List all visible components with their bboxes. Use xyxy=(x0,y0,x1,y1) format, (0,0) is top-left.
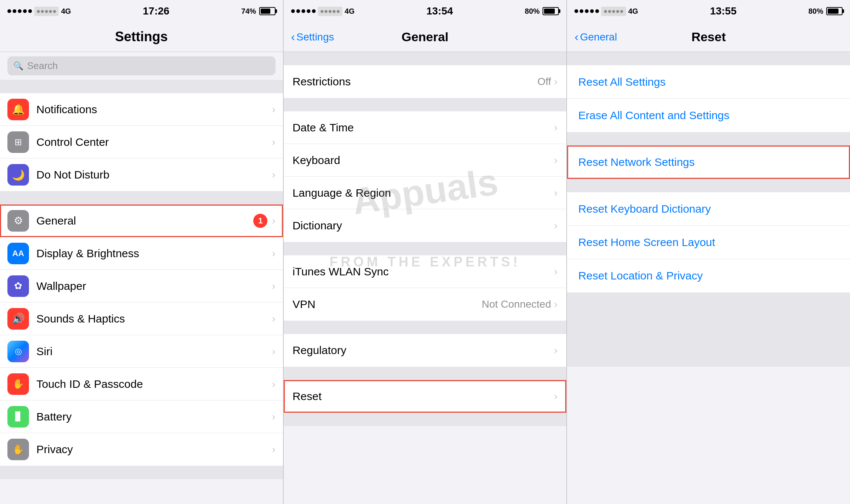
settings-panel: ●●●●● 4G 17:26 74% Settings 🔍 Search 🔔 xyxy=(0,0,284,504)
general-row-restrictions[interactable]: Restrictions Off › xyxy=(284,65,567,98)
display-brightness-icon: AA xyxy=(7,243,29,264)
notifications-label: Notifications xyxy=(36,103,272,116)
wallpaper-label: Wallpaper xyxy=(36,280,272,292)
settings-row-general[interactable]: ⚙ General 1 › xyxy=(0,204,283,237)
settings-nav-bar: Settings xyxy=(0,22,283,52)
general-row-date-time[interactable]: Date & Time › xyxy=(284,111,567,144)
settings-list: 🔔 Notifications › ⊞ Control Center › 🌙 D… xyxy=(0,80,283,504)
general-row-vpn[interactable]: VPN Not Connected › xyxy=(284,288,567,321)
general-back-button[interactable]: ‹ General xyxy=(574,30,617,44)
section-sep-g3 xyxy=(284,242,567,255)
battery-icon-2 xyxy=(543,7,559,15)
settings-title: Settings xyxy=(108,22,175,52)
status-right-1: 74% xyxy=(241,7,276,16)
battery-icon-1 xyxy=(259,7,276,15)
carrier-3: ●●●●● xyxy=(601,7,626,16)
reset-row-location-privacy[interactable]: Reset Location & Privacy xyxy=(567,259,850,292)
general-row-language-region[interactable]: Language & Region › xyxy=(284,177,567,209)
reset-title: Reset xyxy=(684,22,733,52)
status-left-1: ●●●●● 4G xyxy=(7,7,71,16)
language-region-label: Language & Region xyxy=(293,187,554,199)
general-row-keyboard[interactable]: Keyboard › xyxy=(284,144,567,177)
general-icon: ⚙ xyxy=(7,210,29,232)
vpn-value: Not Connected xyxy=(482,298,551,310)
section-sep-g2 xyxy=(284,98,567,111)
network-type-3: 4G xyxy=(628,7,638,16)
siri-icon: ◎ xyxy=(7,341,29,362)
reset-row-network[interactable]: Reset Network Settings xyxy=(567,145,850,179)
general-list: Restrictions Off › Date & Time › Keyboar… xyxy=(284,52,567,504)
reset-home-screen-label: Reset Home Screen Layout xyxy=(578,236,715,249)
battery-percent-1: 74% xyxy=(241,7,256,16)
section-sep-end xyxy=(0,466,283,479)
general-row-dictionary[interactable]: Dictionary › xyxy=(284,209,567,242)
reset-row-all-settings[interactable]: Reset All Settings xyxy=(567,65,850,99)
settings-back-button[interactable]: ‹ Settings xyxy=(291,30,334,44)
general-row-reset[interactable]: Reset › xyxy=(284,380,567,413)
privacy-icon: ✋ xyxy=(7,439,29,460)
carrier-1: ●●●●● xyxy=(34,7,59,16)
general-badge: 1 xyxy=(253,214,267,228)
control-center-chevron: › xyxy=(272,136,275,148)
wallpaper-chevron: › xyxy=(272,280,275,292)
network-type-1: 4G xyxy=(61,7,71,16)
restrictions-label: Restrictions xyxy=(293,75,538,88)
reset-row-erase-all[interactable]: Erase All Content and Settings xyxy=(567,99,850,132)
section-sep-2 xyxy=(0,191,283,204)
do-not-disturb-label: Do Not Disturb xyxy=(36,168,272,181)
battery-settings-icon: ▊ xyxy=(7,406,29,428)
settings-row-sounds-haptics[interactable]: 🔊 Sounds & Haptics › xyxy=(0,302,283,335)
settings-row-display-brightness[interactable]: AA Display & Brightness › xyxy=(0,237,283,270)
section-sep-g5 xyxy=(284,367,567,380)
privacy-chevron: › xyxy=(272,444,275,455)
settings-row-wallpaper[interactable]: ✿ Wallpaper › xyxy=(0,270,283,302)
general-chevron: › xyxy=(272,215,275,227)
section-sep-g1 xyxy=(284,52,567,65)
display-brightness-label: Display & Brightness xyxy=(36,247,272,260)
itunes-sync-label: iTunes WLAN Sync xyxy=(293,265,554,278)
sounds-haptics-icon: 🔊 xyxy=(7,308,29,330)
general-panel: Appuals FROM THE EXPERTS! ●●●●● 4G 13:54… xyxy=(284,0,567,504)
siri-chevron: › xyxy=(272,346,275,357)
reset-label: Reset xyxy=(293,390,554,403)
sounds-haptics-chevron: › xyxy=(272,313,275,325)
settings-row-control-center[interactable]: ⊞ Control Center › xyxy=(0,126,283,158)
status-bar-3: ●●●●● 4G 13:55 80% xyxy=(567,0,850,22)
settings-row-privacy[interactable]: ✋ Privacy › xyxy=(0,433,283,466)
do-not-disturb-icon: 🌙 xyxy=(7,164,29,186)
settings-row-do-not-disturb[interactable]: 🌙 Do Not Disturb › xyxy=(0,158,283,191)
search-bar[interactable]: 🔍 Search xyxy=(7,56,276,75)
reset-row-home-screen[interactable]: Reset Home Screen Layout xyxy=(567,226,850,259)
battery-chevron: › xyxy=(272,411,275,423)
reset-row-keyboard-dict[interactable]: Reset Keyboard Dictionary xyxy=(567,192,850,226)
section-sep-1 xyxy=(0,80,283,93)
settings-row-notifications[interactable]: 🔔 Notifications › xyxy=(0,93,283,126)
back-label-general: Settings xyxy=(296,31,334,43)
group-general: ⚙ General 1 › AA Display & Brightness › … xyxy=(0,204,283,466)
battery-percent-3: 80% xyxy=(808,7,823,16)
general-row-regulatory[interactable]: Regulatory › xyxy=(284,334,567,367)
time-3: 13:55 xyxy=(710,5,737,17)
general-row-itunes-sync[interactable]: iTunes WLAN Sync › xyxy=(284,255,567,288)
reset-keyboard-label: Reset Keyboard Dictionary xyxy=(578,203,711,215)
general-title: General xyxy=(394,22,456,52)
settings-row-battery[interactable]: ▊ Battery › xyxy=(0,400,283,433)
settings-row-touch-id[interactable]: ✋ Touch ID & Passcode › xyxy=(0,368,283,400)
signal-dots-3 xyxy=(574,9,599,13)
signal-dots-2 xyxy=(291,9,316,13)
back-label-reset: General xyxy=(580,31,617,43)
touch-id-icon: ✋ xyxy=(7,373,29,395)
reset-all-settings-label: Reset All Settings xyxy=(578,76,665,88)
siri-label: Siri xyxy=(36,345,272,358)
touch-id-chevron: › xyxy=(272,378,275,390)
erase-all-label: Erase All Content and Settings xyxy=(578,109,729,122)
signal-dots-1 xyxy=(7,9,32,13)
display-brightness-chevron: › xyxy=(272,248,275,259)
battery-percent-2: 80% xyxy=(525,7,540,16)
control-center-icon: ⊞ xyxy=(7,131,29,153)
privacy-label: Privacy xyxy=(36,443,272,456)
settings-row-siri[interactable]: ◎ Siri › xyxy=(0,335,283,368)
section-sep-g4 xyxy=(284,321,567,334)
time-2: 13:54 xyxy=(426,5,453,17)
reset-location-privacy-label: Reset Location & Privacy xyxy=(578,269,703,282)
